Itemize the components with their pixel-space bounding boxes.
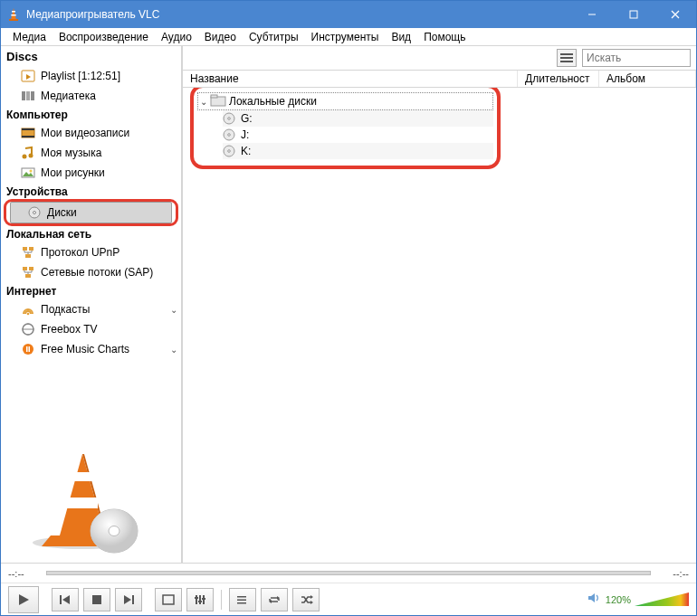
- svg-rect-33: [29, 346, 31, 352]
- pictures-icon: [21, 166, 35, 180]
- minimize-button[interactable]: [571, 1, 613, 28]
- svg-rect-10: [22, 91, 25, 100]
- svg-rect-12: [31, 91, 34, 100]
- svg-marker-75: [588, 593, 595, 602]
- menu-audio[interactable]: Аудио: [155, 29, 198, 45]
- tree-root-local-discs[interactable]: ⌄ Локальные диски: [197, 92, 493, 110]
- column-duration[interactable]: Длительност: [518, 71, 599, 87]
- next-button[interactable]: [115, 588, 142, 611]
- column-name[interactable]: Название: [183, 71, 518, 87]
- tree-item-label: K:: [241, 145, 251, 157]
- sidebar-my-videos[interactable]: Мои видеозаписи: [1, 123, 181, 143]
- menu-help[interactable]: Помощь: [417, 29, 472, 45]
- tree-item-label: G:: [241, 112, 253, 125]
- shuffle-button[interactable]: [292, 588, 320, 611]
- playlist-icon: [21, 69, 35, 83]
- svg-rect-62: [196, 595, 197, 604]
- sidebar-section-lan: Локальная сеть: [1, 225, 181, 242]
- svg-rect-68: [237, 596, 246, 598]
- menu-video[interactable]: Видео: [198, 29, 243, 45]
- column-headers: Название Длительност Альбом: [183, 70, 696, 88]
- sidebar-discs-label: Диски: [47, 206, 77, 219]
- svg-rect-15: [22, 136, 34, 137]
- column-album[interactable]: Альбом: [599, 71, 696, 87]
- tree-item-drive[interactable]: J:: [223, 127, 493, 143]
- sidebar-podcasts[interactable]: Подкасты ⌄: [1, 299, 181, 319]
- svg-rect-38: [67, 498, 98, 508]
- extended-settings-button[interactable]: [186, 588, 214, 611]
- disc-icon: [27, 205, 42, 220]
- svg-rect-32: [26, 346, 28, 352]
- music-icon: [21, 146, 35, 160]
- podcast-icon: [21, 302, 35, 317]
- sidebar-fmc[interactable]: Free Music Charts ⌄: [1, 339, 181, 359]
- sidebar-playlist[interactable]: Playlist [1:12:51]: [1, 66, 181, 86]
- volume-slider[interactable]: [635, 592, 689, 608]
- svg-rect-25: [25, 254, 31, 258]
- seek-bar: --:-- --:--: [1, 563, 696, 583]
- menu-subtitles[interactable]: Субтитры: [243, 29, 305, 45]
- menu-media[interactable]: Медиа: [6, 29, 53, 45]
- svg-rect-44: [560, 53, 573, 55]
- sidebar-library-label: Медиатека: [41, 90, 96, 102]
- sidebar-discs[interactable]: Диски: [10, 202, 172, 223]
- sidebar-fmc-label: Free Music Charts: [41, 343, 129, 355]
- tree-root-label: Локальные диски: [229, 95, 317, 108]
- seek-track[interactable]: [46, 571, 651, 575]
- chevron-down-icon[interactable]: ⌄: [170, 345, 177, 355]
- speaker-icon[interactable]: [587, 592, 602, 607]
- prev-button[interactable]: [52, 588, 79, 611]
- sidebar-my-videos-label: Мои видеозаписи: [41, 127, 129, 139]
- svg-marker-0: [11, 8, 16, 20]
- sidebar-my-pictures[interactable]: Мои рисунки: [1, 163, 181, 183]
- sidebar-sap[interactable]: Сетевые потоки (SAP): [1, 262, 181, 282]
- svg-point-16: [23, 155, 27, 159]
- svg-point-43: [109, 526, 119, 536]
- time-current: --:--: [8, 568, 41, 579]
- disc-icon: [223, 112, 235, 125]
- tree-item-drive[interactable]: G:: [223, 110, 493, 127]
- sidebar-section-devices: Устройства: [1, 183, 181, 200]
- content-area: Название Длительност Альбом ⌄ Локальные …: [182, 46, 696, 563]
- chevron-down-icon[interactable]: ⌄: [170, 305, 177, 315]
- sidebar-heading: Discs: [1, 46, 181, 66]
- close-button[interactable]: [654, 1, 696, 28]
- freebox-icon: [21, 322, 35, 336]
- svg-marker-76: [635, 592, 689, 606]
- svg-rect-28: [25, 274, 31, 278]
- sidebar-library[interactable]: Медиатека: [1, 86, 181, 106]
- svg-rect-24: [29, 247, 33, 251]
- svg-rect-11: [26, 91, 30, 100]
- sap-icon: [21, 265, 35, 280]
- search-input[interactable]: [582, 49, 691, 67]
- menu-view[interactable]: Вид: [385, 29, 417, 45]
- view-mode-button[interactable]: [557, 49, 577, 67]
- menu-tools[interactable]: Инструменты: [305, 29, 386, 45]
- fullscreen-button[interactable]: [155, 588, 182, 611]
- svg-rect-14: [22, 128, 34, 130]
- sidebar-section-computer: Компьютер: [1, 106, 181, 123]
- playlist-list: ⌄ Локальные диски G: J: K:: [183, 88, 696, 563]
- play-button[interactable]: [8, 586, 39, 613]
- sidebar-freebox[interactable]: Freebox TV: [1, 319, 181, 339]
- folder-icon: [211, 94, 225, 109]
- disc-icon: [223, 128, 235, 141]
- svg-rect-65: [195, 597, 198, 599]
- svg-point-22: [33, 212, 36, 214]
- chevron-down-icon[interactable]: ⌄: [200, 97, 207, 107]
- sidebar-my-music[interactable]: Моя музыка: [1, 143, 181, 163]
- svg-marker-55: [19, 594, 29, 605]
- svg-rect-5: [630, 11, 637, 18]
- svg-rect-56: [60, 595, 62, 604]
- loop-button[interactable]: [261, 588, 288, 611]
- tree-item-drive[interactable]: K:: [223, 143, 493, 159]
- maximize-button[interactable]: [613, 1, 654, 28]
- sidebar-sap-label: Сетевые потоки (SAP): [41, 266, 153, 279]
- playlist-toggle-button[interactable]: [229, 588, 256, 611]
- window-title: Медиапроигрыватель VLC: [26, 8, 571, 21]
- sidebar-upnp[interactable]: Протокол UPnP: [1, 242, 181, 262]
- svg-point-31: [23, 344, 33, 355]
- menu-playback[interactable]: Воспроизведение: [53, 29, 155, 45]
- stop-button[interactable]: [83, 588, 110, 611]
- menubar: Медиа Воспроизведение Аудио Видео Субтит…: [1, 28, 696, 46]
